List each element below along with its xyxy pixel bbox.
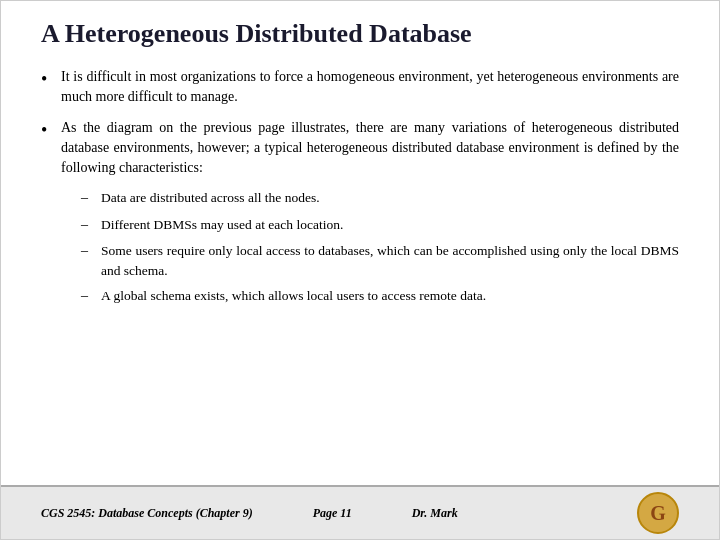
footer-author: Dr. Mark [412, 506, 458, 521]
sub-bullet-text: A global schema exists, which allows loc… [101, 286, 486, 306]
sub-bullet-dash: – [81, 286, 101, 306]
content-area: A Heterogeneous Distributed Database • I… [1, 1, 719, 485]
sub-bullet-text: Some users require only local access to … [101, 241, 679, 280]
footer-text-group: CGS 2545: Database Concepts (Chapter 9) … [41, 506, 458, 521]
bullet-dot-1: • [41, 67, 61, 92]
footer-logo: G [637, 492, 679, 534]
sub-bullet-text: Different DBMSs may used at each locatio… [101, 215, 343, 235]
sub-bullet-item: – Data are distributed across all the no… [81, 188, 679, 208]
bullet-section-1: • It is difficult in most organizations … [41, 67, 679, 108]
sub-bullets: – Data are distributed across all the no… [81, 188, 679, 306]
bullet-text-1: It is difficult in most organizations to… [61, 67, 679, 108]
bullet-main-1: • It is difficult in most organizations … [41, 67, 679, 108]
footer-left: CGS 2545: Database Concepts (Chapter 9) [41, 506, 253, 521]
sub-bullet-dash: – [81, 188, 101, 208]
sub-bullet-item: – Different DBMSs may used at each locat… [81, 215, 679, 235]
footer: CGS 2545: Database Concepts (Chapter 9) … [1, 485, 719, 539]
slide-title: A Heterogeneous Distributed Database [41, 19, 679, 49]
footer-page: Page 11 [313, 506, 352, 521]
sub-bullet-dash: – [81, 241, 101, 261]
bullet-text-2: As the diagram on the previous page illu… [61, 118, 679, 179]
sub-bullet-dash: – [81, 215, 101, 235]
sub-bullet-text: Data are distributed across all the node… [101, 188, 320, 208]
footer-logo-symbol: G [650, 502, 666, 525]
bullet-main-2: • As the diagram on the previous page il… [41, 118, 679, 179]
sub-bullet-item: – A global schema exists, which allows l… [81, 286, 679, 306]
bullet-dot-2: • [41, 118, 61, 143]
slide: A Heterogeneous Distributed Database • I… [0, 0, 720, 540]
bullet-section-2: • As the diagram on the previous page il… [41, 118, 679, 307]
sub-bullet-item: – Some users require only local access t… [81, 241, 679, 280]
